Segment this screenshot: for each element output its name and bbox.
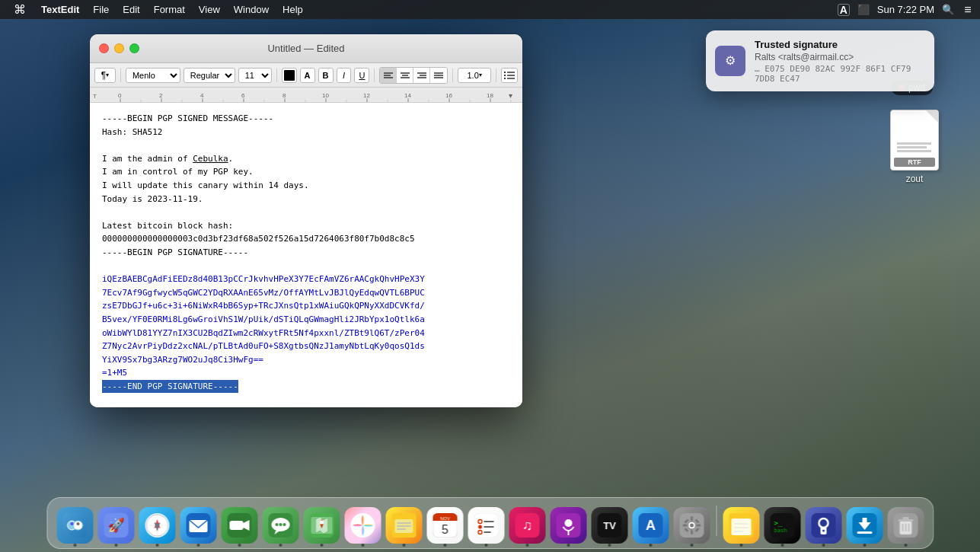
dock-item-safari[interactable]: [139, 507, 175, 544]
dock-item-maps[interactable]: [303, 507, 340, 544]
dock-item-stickies[interactable]: [385, 507, 422, 544]
dock-item-terminal[interactable]: >_ bash: [764, 507, 800, 544]
dock-item-appstore[interactable]: A: [632, 507, 669, 544]
svg-text:T: T: [93, 93, 97, 100]
svg-point-56: [76, 522, 79, 525]
apple-menu[interactable]: ⌘: [6, 2, 34, 17]
svg-text:8: 8: [283, 92, 286, 99]
style-selector[interactable]: Regular: [184, 68, 235, 83]
notif-app-icon: ⚙: [715, 46, 745, 76]
pgp-line-6: I will update this canary within 14 days…: [102, 179, 510, 193]
pgp-line-5: I am in control of my PGP key.: [102, 165, 510, 179]
dock-item-keychain[interactable]: [805, 507, 841, 544]
dock-item-mail[interactable]: [180, 507, 216, 544]
notification-popup[interactable]: ⚙ Trusted signature Ralts <ralts@airmail…: [706, 30, 934, 91]
dock-item-photos[interactable]: [344, 507, 381, 544]
pgp-bitcoin-hash: 000000000000000003c0d3bf23df68a502f526a1…: [102, 232, 510, 246]
accessibility-icon[interactable]: A: [838, 4, 850, 16]
svg-rect-112: [696, 525, 701, 527]
italic-button[interactable]: I: [337, 68, 352, 83]
notif-detail: … E075 DE90 82AC 992F 86F1 CF79 7DD8 EC4…: [755, 64, 925, 84]
bold-button[interactable]: B: [318, 68, 334, 83]
desktop-icon-zout[interactable]: RTF zout: [887, 107, 942, 187]
notif-subtitle: Ralts <ralts@airmail.cc>: [755, 52, 925, 62]
menu-file[interactable]: File: [87, 2, 115, 17]
svg-rect-111: [682, 525, 687, 527]
svg-point-78: [320, 521, 324, 525]
dock-item-podcasts[interactable]: [550, 507, 586, 544]
menu-view[interactable]: View: [193, 2, 226, 17]
svg-rect-12: [504, 72, 506, 73]
menubar: ⌘ TextEdit File Edit Format View Window …: [0, 0, 980, 19]
line-spacing-selector[interactable]: 1.0▾: [458, 68, 491, 83]
pgp-blank-2: [102, 206, 510, 219]
dock-item-notes[interactable]: [723, 507, 759, 544]
svg-text:A: A: [646, 518, 656, 533]
menu-app[interactable]: TextEdit: [35, 2, 85, 17]
pgp-sig-line-7: YiXV9Sx7bg3ARzg7WO2uJq8Ci3HwFg==: [102, 353, 510, 367]
pgp-sig-line-2: 7Ecv7Af9GgfwycW5qGWC2YDqRXAAnE65vMz/OffA…: [102, 286, 510, 300]
menu-window[interactable]: Window: [228, 2, 275, 17]
align-justify-button[interactable]: [430, 68, 447, 83]
minimize-button[interactable]: [114, 43, 124, 53]
text-content[interactable]: -----BEGIN PGP SIGNED MESSAGE----- Hash:…: [90, 103, 522, 407]
dock-item-tv[interactable]: TV: [591, 507, 627, 544]
dock-item-reminders[interactable]: [468, 507, 504, 544]
dock-item-messages[interactable]: [262, 507, 298, 544]
svg-text:TV: TV: [603, 520, 616, 531]
pgp-sig-checksum: =1+M5: [102, 366, 510, 380]
dock-item-downloader[interactable]: [846, 507, 883, 544]
paragraph-button[interactable]: ¶ ▾: [94, 68, 116, 83]
align-group: [379, 67, 448, 84]
dock-item-finder[interactable]: [56, 507, 93, 544]
underline-button[interactable]: U: [354, 68, 369, 83]
rtf-badge: RTF: [894, 158, 935, 167]
menu-format[interactable]: Format: [148, 2, 191, 17]
svg-rect-131: [857, 531, 872, 534]
pgp-end-sig: -----END PGP SIGNATURE-----: [102, 380, 238, 394]
svg-rect-109: [691, 516, 693, 521]
list-button[interactable]: [501, 68, 518, 83]
maximize-button[interactable]: [129, 43, 139, 53]
dock-item-launchpad[interactable]: 🚀: [97, 507, 134, 544]
svg-point-93: [478, 525, 482, 529]
dock-item-settings[interactable]: [673, 507, 710, 544]
svg-text:10: 10: [322, 92, 329, 99]
align-center-button[interactable]: [397, 68, 413, 83]
font-selector[interactable]: Menlo: [126, 68, 180, 83]
color-picker[interactable]: [282, 68, 297, 83]
menu-extras-icon[interactable]: ≡: [962, 4, 974, 16]
dock-item-calendar[interactable]: 5 NOV: [426, 507, 463, 544]
pgp-blank-1: [102, 139, 510, 152]
dock-item-trash[interactable]: [887, 507, 924, 544]
toolbar-sep-2: [276, 69, 277, 82]
align-right-button[interactable]: [413, 68, 430, 83]
svg-text:18: 18: [487, 92, 493, 99]
pgp-begin-sig: -----BEGIN PGP SIGNATURE-----: [102, 246, 510, 260]
menu-edit[interactable]: Edit: [117, 2, 145, 17]
svg-text:12: 12: [363, 92, 370, 99]
align-left-button[interactable]: [380, 68, 397, 83]
dock-item-music[interactable]: ♫: [509, 507, 545, 544]
dock-item-facetime[interactable]: [221, 507, 257, 544]
airplay-icon[interactable]: ⬛: [857, 4, 870, 16]
window-toolbar: ¶ ▾ Menlo Regular 11 A B I U: [90, 63, 522, 88]
font-color-button[interactable]: A: [300, 68, 315, 83]
traffic-lights: [99, 43, 139, 53]
clock: Sun 7:22 PM: [877, 4, 934, 15]
toolbar-sep-1: [120, 69, 121, 82]
search-icon[interactable]: 🔍: [942, 4, 954, 16]
dock-separator: [716, 506, 717, 536]
close-button[interactable]: [99, 43, 109, 53]
dock: 🚀: [46, 497, 934, 549]
svg-point-73: [275, 523, 278, 526]
menu-help[interactable]: Help: [276, 2, 309, 17]
size-selector[interactable]: 11: [238, 68, 272, 83]
svg-rect-16: [504, 78, 506, 79]
pgp-begin-signed: -----BEGIN PGP SIGNED MESSAGE-----: [102, 112, 510, 126]
svg-text:>_: >_: [774, 519, 782, 527]
toolbar-sep-4: [452, 69, 453, 82]
pgp-bitcoin-label: Latest bitcoin block hash:: [102, 219, 510, 233]
svg-point-128: [822, 530, 825, 532]
svg-point-108: [690, 524, 694, 528]
